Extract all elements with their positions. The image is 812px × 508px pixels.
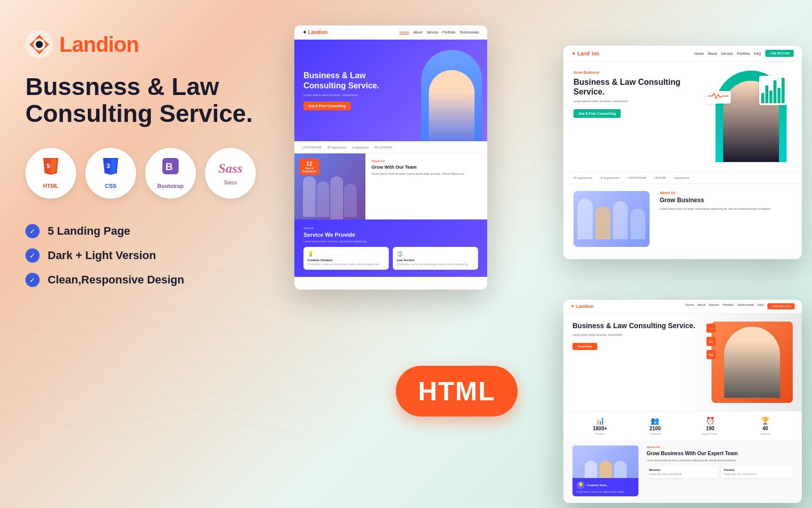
s3-company-section: Company We Are Consult... bbox=[563, 501, 802, 503]
s1-nav-service[interactable]: Service bbox=[426, 30, 438, 35]
s1-service-tag: Service bbox=[303, 227, 478, 230]
s2-nav-service[interactable]: Service bbox=[721, 52, 733, 55]
s3-hero-btn[interactable]: Trust Now bbox=[572, 343, 597, 350]
s2-pulse-overlay bbox=[705, 91, 731, 104]
s3-about-section: 💡 Creative Solu... Ut elit tellus, luctu… bbox=[563, 440, 802, 501]
feature-text-3: Clean,Responsive Design bbox=[48, 273, 184, 287]
sass-label: Sass bbox=[224, 179, 237, 185]
s1-law-card: ⚖️ Law Service Ut elit tellus, luctus ne… bbox=[393, 247, 478, 270]
s3-hero-sub: Lorem ipsum dolor sit amet, consectetur. bbox=[572, 333, 704, 336]
s2-logo-2: ⊘ logoipsum bbox=[600, 176, 619, 179]
html-label: HTML bbox=[43, 183, 59, 189]
brand-logo-icon bbox=[25, 30, 53, 58]
s1-hero-btn[interactable]: Get A Free Consulting bbox=[303, 102, 351, 110]
s3-nav-logo-black: Land bbox=[576, 304, 587, 309]
s2-hero-tag: Grow Business bbox=[573, 71, 707, 74]
s3-stat-label-4: Awards bbox=[761, 432, 770, 435]
chart-bar-2 bbox=[765, 85, 768, 103]
main-content: Landion Bussness & Law Consulting Servic… bbox=[0, 0, 812, 508]
s3-nav: ✦ Landion Home About Service Portfolio T… bbox=[563, 300, 802, 313]
s1-nav-about[interactable]: About bbox=[413, 30, 422, 35]
feature-text-2: Dark + Light Version bbox=[48, 249, 156, 262]
s1-nav-home[interactable]: Home bbox=[399, 30, 409, 35]
s1-nav-portfolio[interactable]: Portfolio bbox=[443, 30, 456, 35]
right-panel: ✦ Landion Home About Service Portfolio T… bbox=[284, 0, 812, 508]
s1-hero-title: Business & Law Consulting Service. bbox=[303, 71, 385, 90]
tech-badges-row: 5 HTML 3 CSS bbox=[25, 148, 259, 199]
s3-stat-label-2: Customer bbox=[649, 432, 661, 435]
s3-social-1[interactable]: f bbox=[706, 324, 716, 333]
s3-stat-icon-2: 👥 bbox=[651, 417, 659, 425]
css-icon: 3 bbox=[101, 157, 120, 180]
s3-nav-logo-orange: ion bbox=[587, 304, 594, 309]
s3-vision-card: Vission Image felis odio, imperdiet id. bbox=[721, 466, 793, 478]
s1-logos-bar: LOGOIPSUM ⊘ logoipsum Logoipsum W LOGOIP… bbox=[294, 141, 487, 153]
s3-nav-service[interactable]: Service bbox=[709, 303, 719, 309]
brand-name-black: Land bbox=[59, 33, 108, 56]
s3-nav-logo: ✦ Landion bbox=[570, 304, 594, 309]
html-badge-text: HTML bbox=[418, 376, 495, 406]
s3-stats-row: 📊 1800+ Project 👥 2100 Customer ⏰ 190 Ex… bbox=[563, 411, 802, 440]
main-tagline: Bussness & Law Consulting Service. bbox=[25, 74, 259, 128]
s2-hero-btn[interactable]: Get A Free Consulting bbox=[573, 109, 621, 118]
s1-nav-links: Home About Service Portfolio Testimonial… bbox=[399, 30, 479, 35]
screen-1: ✦ Landion Home About Service Portfolio T… bbox=[294, 25, 487, 290]
s1-creative-text: Ut elit tellus, luctus nec ullamcorper m… bbox=[308, 263, 385, 266]
s1-hero: Business & Law Consulting Service. Lorem… bbox=[294, 40, 487, 141]
left-panel: Landion Bussness & Law Consulting Servic… bbox=[0, 0, 284, 508]
s3-about-title: Grow Business With Our Expert Team bbox=[647, 450, 793, 457]
s1-law-icon: ⚖️ bbox=[397, 251, 474, 257]
screen-2: ✦ Landion Home About Service Portfolio F… bbox=[563, 46, 802, 259]
s2-nav-home[interactable]: Home bbox=[694, 52, 704, 55]
s3-stat-awards: 🏆 40 Awards bbox=[738, 417, 793, 435]
s3-nav-testimonials[interactable]: Testimonials bbox=[737, 303, 754, 309]
s1-logo-2: ⊘ logoipsum bbox=[327, 145, 346, 149]
s2-nav-logo-orange: ion bbox=[592, 51, 599, 56]
svg-text:3: 3 bbox=[107, 163, 110, 170]
s1-service-section: Service Service We Provide Lorem ipsum d… bbox=[294, 219, 487, 277]
tagline-line2: Consulting Service. bbox=[25, 101, 259, 128]
s2-about-text: Lorem ipsum dolor sit amet, consectetur … bbox=[660, 207, 792, 211]
css-label: CSS bbox=[105, 183, 117, 189]
brand-name-orange: ion bbox=[108, 33, 139, 56]
s3-nav-home[interactable]: Home bbox=[686, 303, 694, 309]
s3-stat-icon-1: 📊 bbox=[596, 417, 604, 425]
check-icon-2: ✓ bbox=[25, 248, 40, 263]
chart-bar-1 bbox=[761, 93, 764, 103]
s3-stat-label-1: Project bbox=[596, 432, 604, 435]
s2-nav-links: Home About Service Portfolio FAQ +788 55… bbox=[694, 50, 794, 57]
s2-hero: Grow Business Business & Law Consulting … bbox=[563, 61, 802, 171]
feature-item-2: ✓ Dark + Light Version bbox=[25, 248, 259, 263]
s2-hero-sub: Lorem ipsum dolor sit amet, consectetur. bbox=[573, 100, 707, 103]
s3-nav-portfolio[interactable]: Portfolio bbox=[723, 303, 734, 309]
s1-about-text: Lorem ipsum dolor sit amet, Lorem ipsum … bbox=[371, 172, 481, 176]
s3-stat-icon-3: ⏰ bbox=[706, 417, 715, 425]
s2-nav-portfolio[interactable]: Portfolio bbox=[737, 52, 750, 55]
s3-nav-faq[interactable]: FAQ bbox=[758, 303, 764, 309]
s1-law-title: Law Service bbox=[397, 259, 474, 262]
s2-nav-about[interactable]: About bbox=[707, 52, 717, 55]
s2-phone-btn[interactable]: +788 5512 892 bbox=[765, 50, 794, 57]
html-overlay-badge: HTML bbox=[396, 366, 518, 417]
s1-about-image: 12 Year of Experience bbox=[294, 153, 365, 219]
s3-vision-title: Vission bbox=[724, 468, 790, 471]
s1-nav-logo: ✦ Landion bbox=[302, 29, 328, 35]
s3-social-3[interactable]: tw bbox=[706, 350, 716, 359]
bootstrap-icon: B bbox=[161, 157, 180, 180]
s1-logo-4: W LOGOIPS bbox=[375, 146, 392, 149]
s1-experience-badge: 12 Year of Experience bbox=[299, 158, 319, 175]
s2-about-content: About Us Grow Business Lorem ipsum dolor… bbox=[660, 191, 792, 247]
s1-nav-testimonials[interactable]: Testimonials bbox=[459, 30, 479, 35]
chart-bar-6 bbox=[782, 78, 785, 103]
s2-nav-faq[interactable]: FAQ bbox=[754, 52, 761, 55]
s3-phone-btn[interactable]: +788 5512 892 bbox=[767, 303, 795, 309]
feature-item-3: ✓ Clean,Responsive Design bbox=[25, 273, 259, 287]
s3-nav-about[interactable]: About bbox=[697, 303, 705, 309]
screen-3: ✦ Landion Home About Service Portfolio T… bbox=[563, 300, 802, 503]
s3-mission-title: Mission bbox=[649, 468, 716, 471]
s3-social-2[interactable]: in bbox=[706, 337, 716, 346]
s1-creative-title: Creative Solution bbox=[308, 259, 385, 262]
s1-logo-3: Logoipsum bbox=[352, 146, 368, 149]
s1-service-cards: 💡 Creative Solution Ut elit tellus, luct… bbox=[303, 247, 478, 270]
s3-hero-left: Business & Law Consulting Service. Lorem… bbox=[572, 322, 704, 403]
